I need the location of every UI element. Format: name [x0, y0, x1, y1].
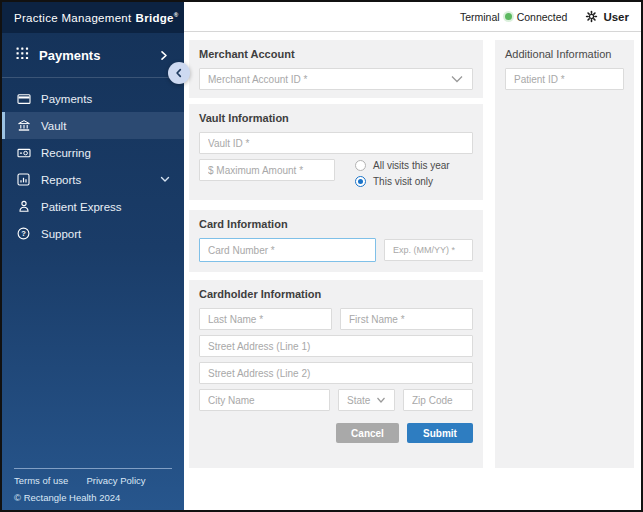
credit-card-icon — [16, 93, 31, 105]
sidebar-item-label: Payments — [41, 93, 184, 105]
merchant-account-id-select[interactable]: Merchant Account ID * — [199, 68, 473, 90]
svg-text:?: ? — [21, 229, 26, 238]
submit-button[interactable]: Submit — [407, 423, 473, 443]
first-name-input[interactable] — [340, 308, 473, 330]
maximum-amount-input[interactable] — [199, 159, 335, 181]
vault-information-title: Vault Information — [199, 112, 473, 124]
expiration-input[interactable] — [384, 239, 473, 261]
sidebar-body: Payments Payments — [2, 33, 184, 510]
brand-name-bold: Bridge® — [136, 12, 179, 24]
chevron-down-icon — [376, 397, 386, 404]
merchant-account-title: Merchant Account — [199, 48, 473, 60]
sidebar-nav: Payments Vault — [2, 78, 184, 247]
copyright-text: © Rectangle Health 2024 — [14, 492, 184, 503]
card-information-section: Card Information — [189, 210, 483, 272]
person-icon — [16, 200, 31, 213]
chevron-right-icon — [160, 50, 168, 61]
sidebar-item-label: Vault — [41, 120, 184, 132]
additional-information-title: Additional Information — [505, 48, 624, 60]
sidebar-item-reports[interactable]: Reports — [2, 166, 184, 193]
bar-chart-icon — [16, 173, 31, 186]
last-name-input[interactable] — [199, 308, 332, 330]
state-select[interactable]: State — [338, 389, 395, 411]
cardholder-information-section: Cardholder Information State — [189, 280, 483, 468]
gear-icon — [585, 10, 598, 23]
sidebar-item-label: Reports — [41, 174, 150, 186]
banknote-icon — [16, 147, 31, 159]
sidebar-item-patient-express[interactable]: Patient Express — [2, 193, 184, 220]
app-logo: Practice Management Bridge® — [2, 2, 184, 33]
sidebar-item-recurring[interactable]: Recurring — [2, 139, 184, 166]
street-address-1-input[interactable] — [199, 335, 473, 357]
visit-scope-radio-group: All visits this year This visit only — [355, 159, 450, 192]
terminal-label: Terminal — [460, 11, 500, 23]
merchant-account-section: Merchant Account Merchant Account ID * — [189, 40, 483, 98]
sidebar-item-vault[interactable]: Vault — [2, 112, 184, 139]
sidebar-item-support[interactable]: ? Support — [2, 220, 184, 247]
state-selected-value: State — [347, 395, 370, 406]
patient-id-input[interactable] — [505, 68, 624, 90]
sidebar-section-payments[interactable]: Payments — [2, 33, 184, 77]
radio-all-visits-this-year[interactable]: All visits this year — [355, 160, 450, 171]
topbar: Terminal Connected User — [184, 2, 641, 32]
card-number-input[interactable] — [199, 238, 376, 262]
sidebar: Practice Management Bridge® Payments — [2, 2, 184, 510]
additional-information-section: Additional Information — [495, 40, 634, 468]
vault-information-section: Vault Information All visits this year T… — [189, 104, 483, 200]
footer-divider — [14, 468, 172, 469]
sidebar-collapse-button[interactable] — [168, 62, 190, 84]
page-body: Merchant Account Merchant Account ID * V… — [184, 32, 641, 468]
cancel-button[interactable]: Cancel — [336, 423, 399, 443]
cardholder-information-title: Cardholder Information — [199, 288, 473, 300]
merchant-account-id-placeholder: Merchant Account ID * — [208, 74, 308, 85]
radio-label: This visit only — [373, 176, 433, 187]
sidebar-item-label: Recurring — [41, 147, 184, 159]
radio-label: All visits this year — [373, 160, 450, 171]
brand-name-light: Practice Management — [14, 12, 132, 24]
content-area: Terminal Connected User — [184, 2, 641, 510]
form-column: Merchant Account Merchant Account ID * V… — [189, 40, 483, 468]
sidebar-item-payments[interactable]: Payments — [2, 85, 184, 112]
grid-icon — [16, 46, 29, 64]
radio-unselected-icon — [355, 160, 366, 171]
user-menu[interactable]: User — [585, 10, 629, 23]
question-circle-icon: ? — [16, 227, 31, 240]
additional-information-column: Additional Information — [495, 40, 634, 468]
user-label: User — [603, 11, 629, 23]
form-actions: Cancel Submit — [199, 423, 473, 443]
privacy-policy-link[interactable]: Privacy Policy — [86, 475, 145, 486]
vault-id-input[interactable] — [199, 132, 473, 154]
connection-status: Connected — [517, 11, 568, 23]
sidebar-section-label: Payments — [39, 48, 160, 63]
sidebar-item-label: Patient Express — [41, 201, 184, 213]
city-name-input[interactable] — [199, 389, 330, 411]
terms-of-use-link[interactable]: Terms of use — [14, 475, 68, 486]
zip-code-input[interactable] — [403, 389, 473, 411]
sidebar-item-label: Support — [41, 228, 184, 240]
radio-this-visit-only[interactable]: This visit only — [355, 176, 450, 187]
registered-mark: ® — [174, 12, 179, 18]
chevron-down-icon — [160, 176, 170, 183]
bank-icon — [16, 119, 31, 132]
chevron-left-icon — [174, 68, 184, 78]
chevron-down-icon — [450, 75, 464, 84]
card-information-title: Card Information — [199, 218, 473, 230]
street-address-2-input[interactable] — [199, 362, 473, 384]
app-window: Practice Management Bridge® Payments — [0, 0, 643, 512]
radio-selected-icon — [355, 176, 366, 187]
status-dot — [505, 13, 512, 20]
sidebar-footer: Terms of use Privacy Policy © Rectangle … — [2, 468, 184, 510]
